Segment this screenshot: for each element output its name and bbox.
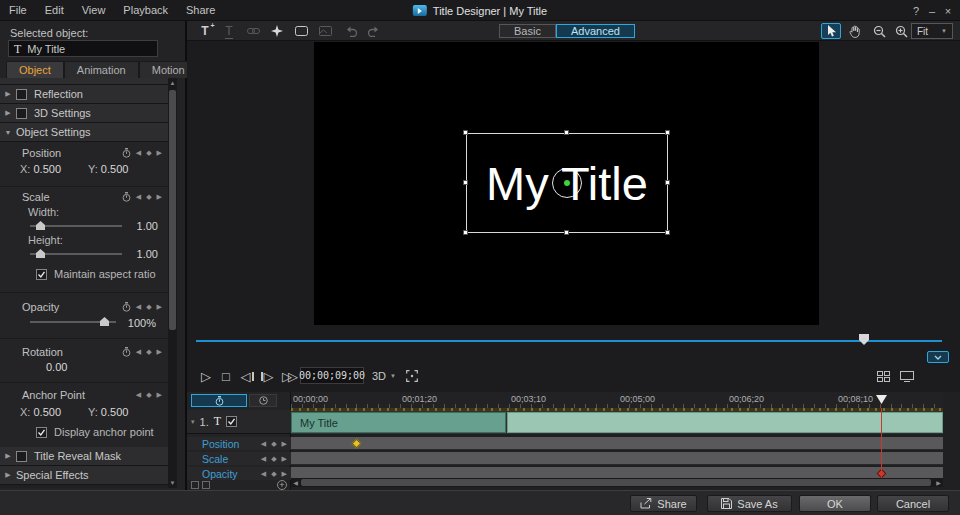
fast-forward-icon[interactable]: ▷▷ [278, 366, 298, 386]
preview-seekbar[interactable] [196, 340, 942, 342]
selection-handle[interactable] [564, 230, 569, 235]
scrollbar-thumb[interactable] [169, 90, 176, 330]
next-keyframe-icon[interactable]: ▶ [282, 470, 287, 477]
cancel-button[interactable]: Cancel [877, 495, 949, 512]
opacity-value[interactable]: 100% [120, 317, 156, 329]
link-objects-icon[interactable] [243, 23, 263, 39]
previous-frame-icon[interactable]: ◁ [238, 366, 256, 386]
track-expand-icon[interactable]: ▾ [191, 418, 195, 426]
title-clip-segment-2[interactable] [507, 412, 943, 433]
keyframe-diamond[interactable] [352, 439, 362, 449]
maintain-aspect-checkbox[interactable] [36, 269, 47, 280]
next-keyframe-icon[interactable]: ▶ [282, 440, 287, 447]
3d-mode-dropdown[interactable]: 3D▼ [370, 366, 398, 386]
selection-handle[interactable] [665, 130, 670, 135]
expand-icon[interactable]: ▶ [0, 471, 16, 479]
position-x-value[interactable]: 0.500 [33, 163, 61, 175]
title-clip-segment-1[interactable]: My Title [291, 412, 506, 433]
scale-width-slider[interactable] [30, 220, 122, 230]
prev-keyframe-icon[interactable]: ◀ [261, 440, 266, 447]
prev-keyframe-icon[interactable]: ◀ [136, 193, 141, 200]
next-keyframe-icon[interactable]: ▶ [157, 391, 162, 398]
close-icon[interactable]: × [940, 5, 956, 17]
menu-view[interactable]: View [73, 0, 115, 21]
basic-mode-button[interactable]: Basic [499, 24, 556, 38]
section-row-clipped[interactable] [0, 78, 168, 85]
track1-header[interactable]: ▾ 1. T [187, 410, 291, 434]
zoom-in-icon[interactable] [891, 23, 911, 39]
tab-animation[interactable]: Animation [64, 61, 139, 78]
timeline-ruler[interactable]: 00;00;00 00;01;20 00;03;10 00;05;00 00;0… [291, 392, 943, 408]
select-tool-icon[interactable] [821, 23, 841, 39]
sidebar-scrollbar[interactable]: ▲ ▼ [168, 78, 177, 488]
menu-playback[interactable]: Playback [114, 0, 177, 21]
section-special-effects[interactable]: ▶ Special Effects [0, 466, 168, 485]
scrollbar-thumb[interactable] [301, 479, 931, 486]
selection-handle[interactable] [665, 180, 670, 185]
prev-keyframe-icon[interactable]: ◀ [136, 303, 141, 310]
keyframe-view-tab[interactable] [191, 394, 247, 407]
prev-keyframe-icon[interactable]: ◀ [136, 149, 141, 156]
track-options-icon[interactable] [202, 481, 210, 489]
scale-height-slider[interactable] [30, 248, 122, 258]
prev-keyframe-icon[interactable]: ◀ [261, 470, 266, 477]
scroll-right-icon[interactable]: ▶ [934, 479, 943, 487]
advanced-mode-button[interactable]: Advanced [556, 24, 635, 38]
slider-thumb[interactable] [36, 249, 45, 258]
anchor-y-value[interactable]: 0.500 [101, 406, 129, 418]
menu-edit[interactable]: Edit [36, 0, 73, 21]
seekbar-thumb[interactable] [859, 334, 869, 345]
opacity-slider[interactable] [30, 316, 116, 326]
add-keyframe-icon[interactable]: ◆ [271, 440, 276, 447]
insert-shape-icon[interactable] [291, 23, 311, 39]
position-row-header[interactable]: Position ◀◆▶ [187, 437, 291, 450]
expand-icon[interactable]: ▶ [0, 109, 16, 117]
expand-icon[interactable]: ▶ [0, 90, 16, 98]
section-title-reveal-mask[interactable]: ▶ Title Reveal Mask [0, 447, 168, 466]
next-keyframe-icon[interactable]: ▶ [282, 455, 287, 462]
menu-file[interactable]: File [0, 0, 36, 21]
play-icon[interactable]: ▷ [198, 366, 214, 386]
clock-view-tab[interactable] [249, 394, 277, 407]
selection-handle[interactable] [463, 180, 468, 185]
opacity-row-header[interactable]: Opacity ◀◆▶ [187, 467, 291, 480]
keyframe-timer-icon[interactable] [122, 302, 131, 312]
scale-keyframe-row[interactable] [291, 452, 943, 465]
keyframe-timer-icon[interactable] [122, 148, 131, 158]
pan-hand-icon[interactable] [845, 23, 865, 39]
slider-thumb[interactable] [36, 221, 45, 230]
add-keyframe-icon[interactable]: ◆ [271, 455, 276, 462]
selection-handle[interactable] [564, 130, 569, 135]
next-keyframe-icon[interactable]: ▶ [157, 193, 162, 200]
scale-width-value[interactable]: 1.00 [122, 220, 158, 232]
section-object-settings[interactable]: ▼ Object Settings [0, 123, 168, 142]
position-y-value[interactable]: 0.500 [101, 163, 129, 175]
insert-particle-icon[interactable] [267, 23, 287, 39]
slider-thumb[interactable] [100, 317, 109, 326]
add-keyframe-icon[interactable]: ◆ [146, 149, 151, 156]
insert-paragraph-text-icon[interactable]: T [219, 23, 239, 39]
scale-row-header[interactable]: Scale ◀◆▶ [187, 452, 291, 465]
insert-title-icon[interactable]: T+ [195, 23, 215, 39]
title-track-row[interactable]: My Title [291, 411, 943, 434]
add-keyframe-icon[interactable]: ◆ [146, 348, 151, 355]
zoom-out-icon[interactable] [869, 23, 889, 39]
keyframe-timer-icon[interactable] [122, 192, 131, 202]
timecode-display[interactable]: 00;00;09;00 [300, 367, 364, 384]
expand-icon[interactable]: ▶ [0, 452, 16, 460]
add-keyframe-icon[interactable]: ◆ [146, 193, 151, 200]
share-button[interactable]: Share [630, 495, 697, 512]
rotation-value[interactable]: 0.00 [46, 361, 67, 373]
add-keyframe-icon[interactable]: ◆ [146, 303, 151, 310]
title-reveal-mask-checkbox[interactable] [16, 451, 27, 462]
3d-settings-checkbox[interactable] [16, 108, 27, 119]
selection-handle[interactable] [463, 130, 468, 135]
position-keyframe-row[interactable] [291, 437, 943, 450]
scroll-left-icon[interactable]: ◀ [291, 479, 300, 487]
scale-height-value[interactable]: 1.00 [122, 248, 158, 260]
keyframe-timer-icon[interactable] [122, 347, 131, 357]
reflection-checkbox[interactable] [16, 89, 27, 100]
fullscreen-icon[interactable] [403, 366, 421, 386]
next-keyframe-icon[interactable]: ▶ [157, 149, 162, 156]
next-keyframe-icon[interactable]: ▶ [157, 348, 162, 355]
